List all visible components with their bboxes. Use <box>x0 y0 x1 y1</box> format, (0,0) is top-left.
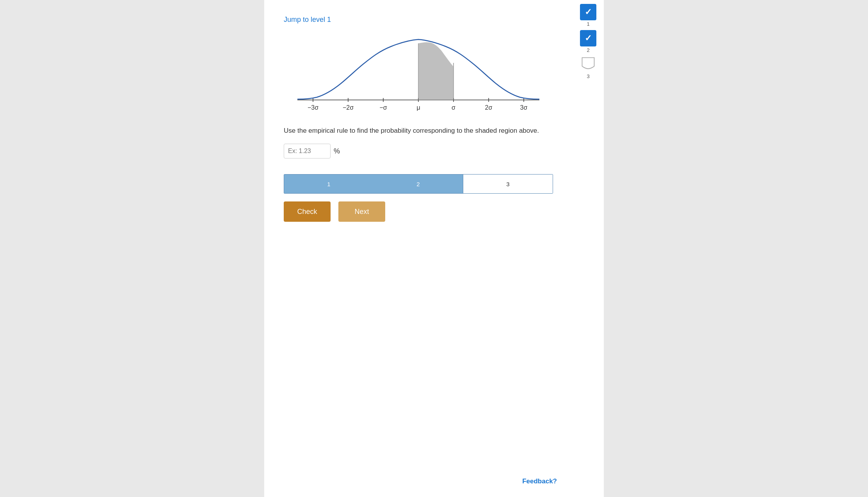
svg-text:σ: σ <box>452 104 455 111</box>
right-panel: ✓ 1 ✓ 2 3 <box>573 0 604 497</box>
progress-bar: 1 2 3 <box>284 174 553 194</box>
level-3-shield-icon[interactable] <box>580 56 596 73</box>
main-content: Jump to level 1 <box>264 0 573 497</box>
check-button[interactable]: Check <box>284 201 331 222</box>
svg-text:−3σ: −3σ <box>308 104 318 111</box>
buttons-row: Check Next <box>284 201 553 222</box>
progress-segment-1[interactable]: 1 <box>284 175 374 193</box>
question-text: Use the empirical rule to find the proba… <box>284 125 553 136</box>
level-2-label: 2 <box>587 47 589 53</box>
level-badge-3[interactable]: 3 <box>580 56 596 79</box>
svg-text:−2σ: −2σ <box>343 104 354 111</box>
level-1-label: 1 <box>587 21 589 27</box>
svg-text:−σ: −σ <box>379 104 387 111</box>
level-1-badge[interactable]: ✓ <box>580 4 596 20</box>
level-2-badge[interactable]: ✓ <box>580 30 596 46</box>
chart-container: −3σ −2σ −σ μ σ 2σ 3σ <box>284 36 553 114</box>
normal-distribution-chart: −3σ −2σ −σ μ σ 2σ 3σ <box>290 36 547 114</box>
input-row: % <box>284 144 553 159</box>
answer-input[interactable] <box>284 144 331 159</box>
svg-text:3σ: 3σ <box>520 104 528 111</box>
percent-label: % <box>334 147 340 155</box>
checkmark-icon-1: ✓ <box>585 7 592 17</box>
level-badge-1[interactable]: ✓ 1 <box>580 4 596 27</box>
next-button[interactable]: Next <box>338 201 385 222</box>
checkmark-icon-2: ✓ <box>585 33 592 43</box>
svg-text:2σ: 2σ <box>485 104 493 111</box>
progress-segment-2[interactable]: 2 <box>374 175 463 193</box>
level-3-label: 3 <box>587 73 589 79</box>
svg-text:μ: μ <box>416 104 420 111</box>
level-badge-2[interactable]: ✓ 2 <box>580 30 596 53</box>
feedback-link[interactable]: Feedback? <box>522 477 557 485</box>
progress-segment-3[interactable]: 3 <box>463 175 553 193</box>
jump-to-level[interactable]: Jump to level 1 <box>284 16 553 24</box>
